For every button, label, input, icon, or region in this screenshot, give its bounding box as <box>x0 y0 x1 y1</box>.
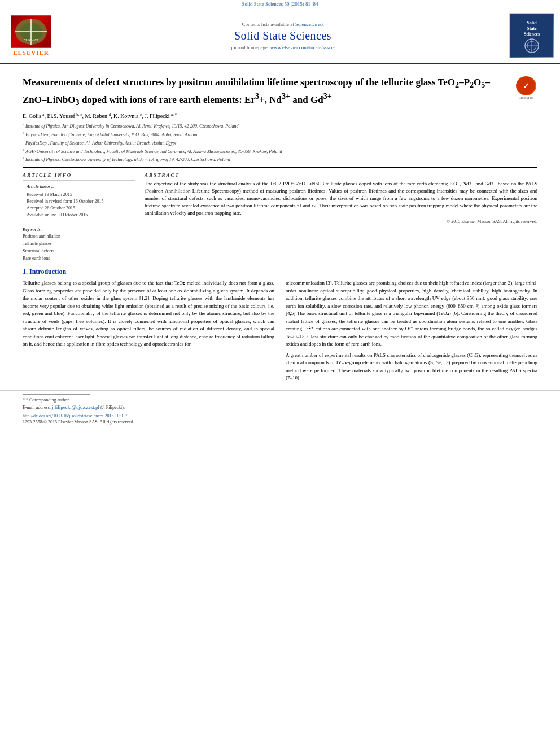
keyword-tellurite: Tellurite glasses <box>23 241 135 248</box>
affiliation-e: e Institute of Physics, Czestochowa Univ… <box>23 155 537 163</box>
journal-homepage-link[interactable]: www.elsevier.com/locate/ssscie <box>270 45 335 50</box>
article-history-box: Article history: Received 19 March 2015 … <box>23 180 135 222</box>
article-info-abstract-columns: Article Info Article history: Received 1… <box>23 172 537 262</box>
article-info-header: Article Info <box>23 172 135 178</box>
abstract-header: Abstract <box>145 172 537 178</box>
intro-para-right-2: A great number of experimental results o… <box>286 352 537 382</box>
keywords-section: Keywords: Positron annihilation Tellurit… <box>23 227 135 262</box>
introduction-section: 1. Introduction Tellurite glasses belong… <box>0 262 560 386</box>
authors-line: E. Golis a, El.S. Yousef b, c, M. Reben … <box>23 112 537 119</box>
footnote-corresponding: * * Corresponding author. <box>23 397 537 404</box>
crossmark-label: CrossMark <box>519 96 534 99</box>
science-direct-link[interactable]: ScienceDirect <box>295 21 323 27</box>
article-history-title: Article history: <box>27 184 132 189</box>
affiliation-c: c PhysicsDep., Faculty of Science, Al- A… <box>23 138 537 146</box>
footnote-divider <box>23 394 90 395</box>
science-direct-line: Contents lists available at ScienceDirec… <box>62 21 504 27</box>
svg-text:✓: ✓ <box>523 82 530 90</box>
svg-text:Sciences: Sciences <box>524 32 540 37</box>
doi-link[interactable]: http://dx.doi.org/10.1016/j.solidstatesc… <box>23 413 537 418</box>
intro-para-right-1: telecommunication [3]. Tellurite glasses… <box>286 279 537 348</box>
keywords-title: Keywords: <box>23 227 135 232</box>
corresponding-email-link[interactable]: j.filipecki@ujd.czest.pl <box>52 404 99 410</box>
bottom-copyright: 1293-2558/© 2015 Elsevier Masson SAS. Al… <box>23 420 537 425</box>
journal-right-logo: Solid State Sciences <box>509 13 554 58</box>
abstract-copyright: © 2015 Elsevier Masson SAS. All rights r… <box>145 219 537 224</box>
paper-title-row: Measurements of defect structures by pos… <box>23 76 537 108</box>
received-revised-label: Received in revised form 16 October 2015 <box>27 198 132 205</box>
elsevier-logo-container: ELSEVIER ELSEVIER <box>6 15 56 56</box>
intro-columns: Tellurite glasses belong to a special gr… <box>23 279 537 386</box>
intro-left-col: Tellurite glasses belong to a special gr… <box>23 279 274 386</box>
divider-after-affiliations <box>23 167 537 168</box>
article-info-column: Article Info Article history: Received 1… <box>23 172 135 262</box>
affiliation-b: b Physics Dep., Faculty of Science, King… <box>23 130 537 138</box>
keyword-structural: Structural defects <box>23 248 135 255</box>
abstract-text: The objective of the study was the struc… <box>145 180 537 217</box>
affiliation-d: d AGH-University of Science and Technolo… <box>23 147 537 155</box>
affiliations-block: a Institute of Physics, Jan Dlugosz Univ… <box>23 121 537 163</box>
journal-title: Solid State Sciences <box>62 29 504 42</box>
intro-left-text: Tellurite glasses belong to a special gr… <box>23 279 274 348</box>
footnote-email-line: E-mail address: j.filipecki@ujd.czest.pl… <box>23 404 537 412</box>
abstract-column: Abstract The objective of the study was … <box>145 172 537 262</box>
accepted-date: Accepted 26 October 2015 <box>27 205 132 212</box>
paper-title: Measurements of defect structures by pos… <box>23 76 509 108</box>
svg-text:ELSEVIER: ELSEVIER <box>23 38 39 42</box>
keyword-positron: Positron annihilation <box>23 233 135 241</box>
journal-homepage-line: journal homepage: www.elsevier.com/locat… <box>62 45 504 50</box>
journal-top-bar: Solid State Sciences 50 (2015) 81–84 <box>0 0 560 8</box>
elsevier-logo-art: ELSEVIER <box>11 15 51 48</box>
intro-right-text: telecommunication [3]. Tellurite glasses… <box>286 279 537 382</box>
keyword-rare-earth: Rare earth ions <box>23 255 135 263</box>
svg-text:Solid: Solid <box>527 20 537 25</box>
journal-citation: Solid State Sciences 50 (2015) 81–84 <box>242 1 318 7</box>
svg-text:State: State <box>527 26 537 31</box>
crossmark-icon: ✓ <box>516 76 536 95</box>
crossmark-badge[interactable]: ✓ CrossMark <box>515 76 537 99</box>
intro-section-title: 1. Introduction <box>23 268 537 276</box>
intro-para-1: Tellurite glasses belong to a special gr… <box>23 279 274 348</box>
journal-center-header: Contents lists available at ScienceDirec… <box>62 21 504 50</box>
affiliation-a: a Institute of Physics, Jan Dlugosz Univ… <box>23 121 537 129</box>
intro-right-col: telecommunication [3]. Tellurite glasses… <box>286 279 537 386</box>
paper-section: Measurements of defect structures by pos… <box>0 64 560 262</box>
received-date: Received 19 March 2015 <box>27 191 132 198</box>
available-date: Available online 30 October 2015 <box>27 212 132 219</box>
elsevier-brand-text: ELSEVIER <box>13 49 49 56</box>
footnote-section: * * Corresponding author. E-mail address… <box>0 390 560 429</box>
journal-header: ELSEVIER ELSEVIER Contents lists availab… <box>0 8 560 64</box>
paper-title-area: Measurements of defect structures by pos… <box>23 76 537 163</box>
